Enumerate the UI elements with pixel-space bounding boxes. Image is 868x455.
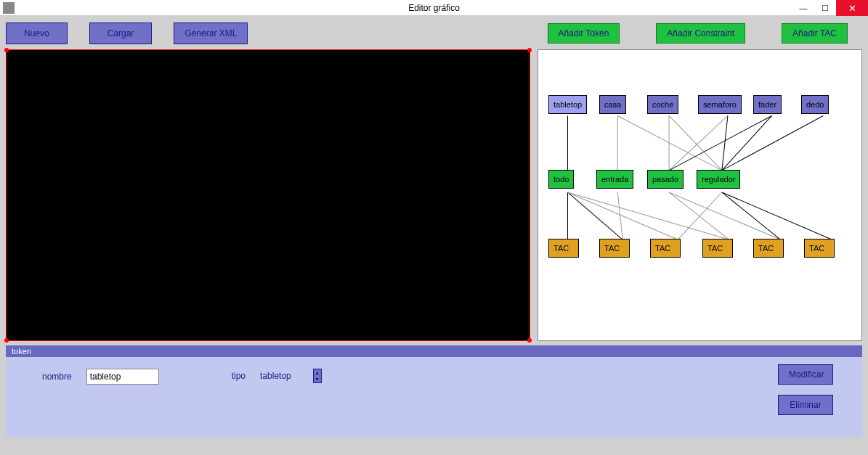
graph-edges (538, 50, 861, 340)
svg-line-7 (722, 115, 772, 170)
token-node-coche[interactable]: coche (647, 95, 678, 114)
generar-xml-button[interactable]: Generar XML (174, 22, 248, 44)
token-node-casa[interactable]: casa (599, 95, 626, 114)
tac-node-3[interactable]: TAC (650, 239, 681, 258)
tac-node-5[interactable]: TAC (753, 239, 784, 258)
maximize-button[interactable]: ☐ (814, 0, 836, 16)
window-title: Editor gráfico (408, 3, 460, 13)
main-area: Nuevo Cargar Generar XML Añadir Token Añ… (0, 16, 868, 455)
token-node-tabletop[interactable]: tabletop (548, 95, 587, 114)
graph-canvas[interactable]: tabletop casa coche semaforo fader dedo … (538, 49, 862, 341)
minimize-button[interactable]: — (792, 0, 814, 16)
cargar-button[interactable]: Cargar (89, 22, 153, 44)
constraint-node-pasado[interactable]: pasado (647, 170, 684, 189)
svg-line-14 (617, 192, 622, 239)
svg-line-13 (567, 192, 729, 239)
tac-node-4[interactable]: TAC (702, 239, 733, 258)
token-node-semaforo[interactable]: semaforo (698, 95, 742, 114)
svg-line-16 (669, 192, 781, 239)
tipo-field: tipo tabletop ▲ ▼ (232, 369, 322, 383)
tac-node-1[interactable]: TAC (548, 239, 579, 258)
token-node-dedo[interactable]: dedo (801, 95, 829, 114)
nombre-field: nombre (42, 369, 159, 385)
tipo-spinner-down[interactable]: ▼ (314, 376, 321, 382)
svg-line-11 (567, 192, 622, 239)
tipo-label: tipo (232, 371, 246, 381)
modificar-button[interactable]: Modificar (778, 364, 833, 385)
eliminar-button[interactable]: Eliminar (778, 395, 833, 415)
top-toolbar: Nuevo Cargar Generar XML Añadir Token Añ… (6, 22, 862, 45)
token-node-fader[interactable]: fader (753, 95, 782, 114)
tac-node-6[interactable]: TAC (804, 239, 835, 258)
tipo-spinner-up[interactable]: ▲ (314, 369, 321, 376)
svg-line-8 (669, 115, 772, 170)
add-token-button[interactable]: Añadir Token (548, 23, 620, 44)
titlebar: Editor gráfico — ☐ ✕ (0, 0, 868, 16)
svg-line-4 (669, 115, 722, 170)
window-controls: — ☐ ✕ (792, 0, 868, 16)
svg-line-15 (669, 192, 729, 239)
svg-line-9 (722, 115, 824, 170)
constraint-node-todo[interactable]: todo (548, 170, 574, 189)
svg-line-17 (722, 192, 781, 239)
properties-section-title: token (6, 345, 862, 357)
properties-panel: token nombre tipo tabletop ▲ ▼ Modificar… (6, 345, 862, 437)
app-icon (3, 2, 15, 14)
tipo-select-value: tabletop (260, 371, 291, 381)
constraint-node-entrada[interactable]: entrada (596, 170, 633, 189)
svg-line-12 (567, 192, 678, 239)
svg-line-2 (617, 115, 722, 170)
svg-line-18 (722, 192, 832, 239)
nombre-label: nombre (42, 372, 72, 382)
svg-line-6 (722, 115, 728, 170)
svg-line-19 (678, 192, 722, 239)
tipo-select[interactable]: tabletop ▲ ▼ (260, 369, 322, 383)
tac-node-2[interactable]: TAC (599, 239, 630, 258)
constraint-node-regulador[interactable]: regulador (697, 170, 740, 189)
svg-line-5 (669, 115, 728, 170)
add-constraint-button[interactable]: Añadir Constraint (656, 23, 745, 44)
nuevo-button[interactable]: Nuevo (6, 22, 68, 44)
canvas-row: tabletop casa coche semaforo fader dedo … (6, 49, 862, 341)
add-tac-button[interactable]: Añadir TAC (782, 23, 848, 44)
close-button[interactable]: ✕ (836, 0, 868, 16)
preview-canvas[interactable] (6, 49, 530, 341)
nombre-input[interactable] (86, 369, 159, 385)
